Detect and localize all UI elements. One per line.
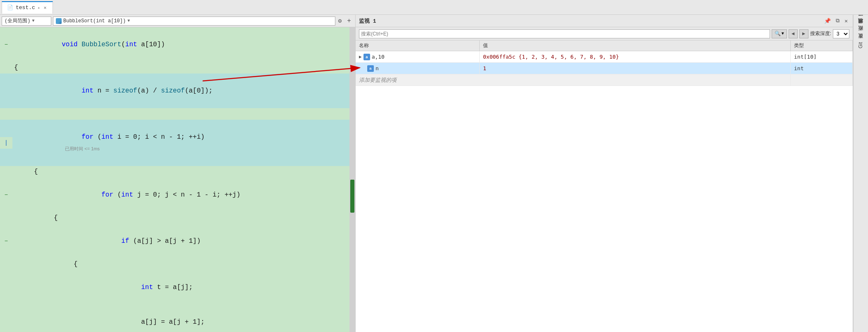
func-label: BubbleSort(int a[10]) <box>63 18 126 24</box>
code-line-10: { <box>0 258 355 270</box>
code-line-12: a[j] = a[j + 1]; <box>0 305 355 332</box>
var-icon-a: a <box>363 54 370 60</box>
watch-name-a: a,10 <box>372 54 385 60</box>
watch-cell-type-a: int[10] <box>791 51 853 62</box>
right-sidebar: 调试位置 调用堆栈 断点 Git更改 <box>853 15 868 332</box>
watch-cell-add-type <box>791 74 853 85</box>
line-content-11: int t = a[j]; <box>12 270 355 305</box>
line-content-6: { <box>12 166 355 178</box>
code-line-5: | for (int i = 0; i < n - 1; ++i) 已用时间 <… <box>0 120 355 166</box>
line-content-3: int n = sizeof(a) / sizeof(a[0]); <box>12 74 355 108</box>
nav-prev-button[interactable]: ◀ <box>789 29 798 38</box>
tab-dirty-indicator: ✦ <box>38 5 40 10</box>
watch-cell-add-value <box>480 74 791 85</box>
depth-label: 搜索深度: <box>810 30 831 37</box>
function-selector[interactable]: BubbleSort(int a[10]) ▼ <box>53 17 335 26</box>
watch-col-value: 值 <box>480 40 791 51</box>
search-dropdown-icon: ▼ <box>782 31 784 36</box>
watch-cell-add[interactable]: 添加要监视的项 <box>356 74 480 85</box>
line-content-2: { <box>12 62 355 74</box>
func-type-icon <box>56 18 62 24</box>
watch-cell-type-n: int <box>791 63 853 74</box>
tab-label: test.c <box>16 5 35 11</box>
tab-file-icon: 📄 <box>7 5 13 11</box>
tab-close-button[interactable]: ✕ <box>43 5 48 11</box>
line-content-12: a[j] = a[j + 1]; <box>12 305 355 332</box>
watch-cell-name-a: ▶ a a,10 <box>356 51 480 62</box>
watch-panel: 监视 1 📌 ⧉ ✕ 🔍 ▼ ◀ ▶ 搜索深度: 3 1 2 4 5 <box>356 15 853 332</box>
watch-name-n: n <box>375 65 379 71</box>
sidebar-tab-git[interactable]: Git更改 <box>855 39 867 52</box>
timing-badge: 已用时间 <= 1ms <box>65 146 100 151</box>
search-button[interactable]: 🔍 ▼ <box>772 29 787 38</box>
code-editor-panel: (全局范围) ▼ BubbleSort(int a[10]) ▼ ⚙ + − <box>0 15 356 332</box>
code-area[interactable]: − void BubbleSort(int a[10]) { int n = s… <box>0 27 355 332</box>
watch-cell-value-n[interactable]: 1 <box>480 63 791 74</box>
main-content: (全局范围) ▼ BubbleSort(int a[10]) ▼ ⚙ + − <box>0 15 868 332</box>
scrollbar-thumb[interactable] <box>350 180 354 213</box>
line-content-10: { <box>12 258 355 270</box>
watch-cell-value-a[interactable]: 0x006ffa5c {1, 2, 3, 4, 5, 6, 7, 8, 9, 1… <box>480 51 791 62</box>
scope-arrow-icon: ▼ <box>32 19 34 23</box>
code-line-8: { <box>0 212 355 224</box>
line-content-8: { <box>12 212 355 224</box>
func-arrow-icon: ▼ <box>127 19 130 23</box>
tab-bar: 📄 test.c ✦ ✕ <box>0 0 868 15</box>
line-content-7: for (int j = 0; j < n - 1 - i; ++j) <box>12 178 355 212</box>
tab-test-c[interactable]: 📄 test.c ✦ ✕ <box>2 1 53 14</box>
scope-label: (全局范围) <box>5 17 30 24</box>
line-content-1: void BubbleSort(int a[10]) <box>12 27 355 62</box>
watch-header: 监视 1 📌 ⧉ ✕ <box>356 15 853 27</box>
line-gutter-1[interactable]: − <box>0 39 12 50</box>
watch-table: 名称 值 类型 ▶ a a,10 0x006ffa5c {1, 2, 3, 4,… <box>356 40 853 332</box>
code-toolbar: (全局范围) ▼ BubbleSort(int a[10]) ▼ ⚙ + <box>0 15 355 27</box>
code-line-3: int n = sizeof(a) / sizeof(a[0]); <box>0 74 355 108</box>
code-line-2: { <box>0 62 355 74</box>
expand-arrow-a[interactable]: ▶ <box>359 54 362 59</box>
gear-icon: ⚙ <box>338 17 342 24</box>
line-content-5: for (int i = 0; i < n - 1; ++i) 已用时间 <= … <box>12 120 355 166</box>
watch-cell-name-n: n n <box>356 63 480 74</box>
plus-icon: + <box>347 17 351 25</box>
watch-row-a[interactable]: ▶ a a,10 0x006ffa5c {1, 2, 3, 4, 5, 6, 7… <box>356 51 853 63</box>
line-gutter-7[interactable]: − <box>0 189 12 201</box>
line-gutter-9[interactable]: − <box>0 235 12 247</box>
depth-select[interactable]: 3 1 2 4 5 <box>833 29 849 38</box>
watch-col-name: 名称 <box>356 40 480 51</box>
line-content-4 <box>12 108 355 120</box>
watch-float-button[interactable]: ⧉ <box>834 17 841 25</box>
code-line-7: − for (int j = 0; j < n - 1 - i; ++j) <box>0 178 355 212</box>
watch-row-add[interactable]: 添加要监视的项 <box>356 74 853 86</box>
line-gutter-5[interactable]: | <box>0 137 12 149</box>
search-input[interactable] <box>359 29 770 38</box>
search-bar: 🔍 ▼ ◀ ▶ 搜索深度: 3 1 2 4 5 <box>356 27 853 40</box>
add-watch-button[interactable]: + <box>344 17 354 26</box>
code-lines: − void BubbleSort(int a[10]) { int n = s… <box>0 27 355 332</box>
code-line-1: − void BubbleSort(int a[10]) <box>0 27 355 62</box>
watch-col-type: 类型 <box>791 40 853 51</box>
sidebar-tab-debug[interactable]: 调试位置 <box>855 17 867 23</box>
code-line-4 <box>0 108 355 120</box>
watch-table-header: 名称 值 类型 <box>356 40 853 51</box>
scrollbar-track[interactable] <box>349 27 355 332</box>
var-icon-n: n <box>367 65 374 72</box>
watch-close-button[interactable]: ✕ <box>843 17 849 25</box>
code-line-11: int t = a[j]; <box>0 270 355 305</box>
code-line-9: − if (a[j] > a[j + 1]) <box>0 224 355 258</box>
scope-selector[interactable]: (全局范围) ▼ <box>2 17 51 26</box>
sidebar-tab-breakpoints[interactable]: 断点 <box>855 31 867 38</box>
line-content-9: if (a[j] > a[j + 1]) <box>12 224 355 258</box>
search-icon: 🔍 <box>775 31 781 37</box>
sidebar-tab-callstack[interactable]: 调用堆栈 <box>855 24 867 31</box>
watch-row-n[interactable]: n n 1 int <box>356 63 853 74</box>
code-line-6: { <box>0 166 355 178</box>
watch-pin-button[interactable]: 📌 <box>823 17 832 25</box>
watch-title: 监视 1 <box>359 17 821 25</box>
settings-button[interactable]: ⚙ <box>335 17 344 26</box>
nav-next-button[interactable]: ▶ <box>799 29 808 38</box>
